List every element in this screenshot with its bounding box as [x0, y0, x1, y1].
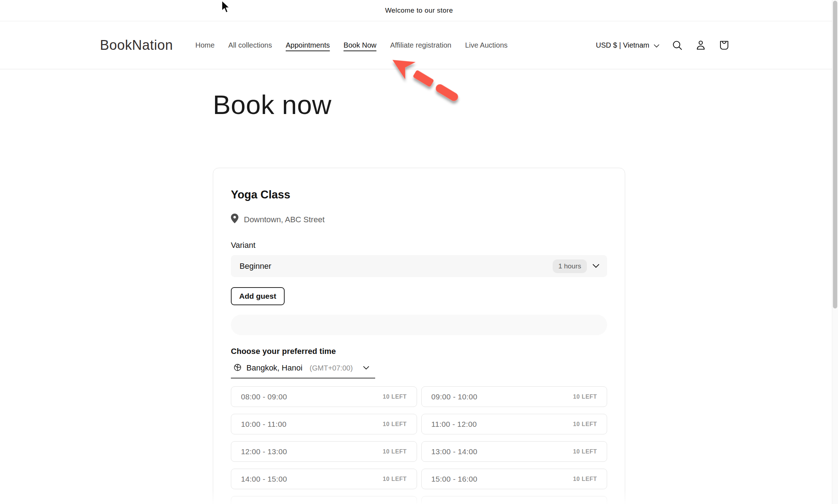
cart-icon [719, 40, 730, 51]
nav-link[interactable]: Book Now [343, 41, 376, 49]
time-slot[interactable]: 16:00 - 17:00 10 LEFT [231, 496, 417, 504]
announcement-text: Welcome to our store [385, 6, 453, 14]
chevron-down-icon [363, 365, 369, 371]
scrollbar-thumb[interactable] [833, 1, 837, 308]
location-pin-icon [231, 214, 238, 225]
time-slot[interactable]: 09:00 - 10:00 10 LEFT [421, 386, 607, 407]
cart-button[interactable] [719, 40, 730, 51]
time-slot[interactable]: 15:00 - 16:00 10 LEFT [421, 469, 607, 489]
announcement-bar: Welcome to our store [0, 0, 838, 21]
time-slot[interactable]: 10:00 - 11:00 10 LEFT [231, 414, 417, 434]
time-slot[interactable]: 14:00 - 15:00 10 LEFT [231, 469, 417, 489]
globe-icon [234, 364, 241, 372]
service-location: Downtown, ABC Street [231, 214, 607, 225]
chevron-down-icon [592, 263, 600, 269]
slot-remaining-badge: 10 LEFT [383, 476, 407, 482]
time-slot[interactable]: 12:00 - 13:00 10 LEFT [231, 441, 417, 462]
variant-dropdown[interactable]: Beginner 1 hours [231, 255, 607, 277]
slot-remaining-badge: 10 LEFT [573, 476, 597, 482]
variant-selected-value: Beginner [240, 262, 271, 271]
slot-remaining-badge: 10 LEFT [573, 448, 597, 455]
store-logo[interactable]: BookNation [100, 38, 173, 53]
currency-country-selector[interactable]: USD $ | Vietnam [596, 41, 659, 49]
nav-link[interactable]: Appointments [286, 41, 330, 49]
currency-country-label: USD $ | Vietnam [596, 41, 649, 49]
nav-link[interactable]: Live Auctions [465, 41, 508, 49]
slot-time-label: 11:00 - 12:00 [431, 420, 477, 429]
storefront-page: Welcome to our store BookNation Home All… [0, 0, 838, 504]
account-icon [695, 40, 706, 51]
add-guest-button[interactable]: Add guest [231, 287, 285, 305]
time-slot[interactable]: 08:00 - 09:00 10 LEFT [231, 386, 417, 407]
slot-time-label: 09:00 - 10:00 [431, 393, 478, 401]
booking-card: Yoga Class Downtown, ABC Street Variant … [213, 168, 625, 504]
slot-time-label: 12:00 - 13:00 [241, 447, 287, 456]
slot-remaining-badge: 10 LEFT [573, 394, 597, 400]
slot-remaining-badge: 10 LEFT [573, 421, 597, 428]
chevron-down-icon [654, 41, 659, 49]
nav-link[interactable]: Home [195, 41, 214, 49]
page-title: Book now [213, 89, 625, 120]
slot-time-label: 17:00 - 18:00 [431, 502, 478, 504]
time-slot[interactable]: 13:00 - 14:00 10 LEFT [421, 441, 607, 462]
nav-link[interactable]: All collections [228, 41, 272, 49]
timezone-selector[interactable]: Bangkok, Hanoi (GMT+07:00) [231, 363, 375, 378]
time-slot-grid: 08:00 - 09:00 10 LEFT 09:00 - 10:00 10 L… [231, 386, 607, 504]
nav-link[interactable]: Affiliate registration [390, 41, 451, 49]
timezone-offset: (GMT+07:00) [310, 364, 352, 372]
slot-remaining-badge: 10 LEFT [383, 448, 407, 455]
loading-placeholder [231, 315, 607, 335]
time-slot[interactable]: 11:00 - 12:00 10 LEFT [421, 414, 607, 434]
duration-badge: 1 hours [553, 259, 587, 273]
timezone-city: Bangkok, Hanoi [246, 363, 302, 373]
slot-time-label: 08:00 - 09:00 [241, 393, 287, 401]
main-navigation: Home All collections Appointments Book N… [195, 41, 508, 49]
slot-time-label: 10:00 - 11:00 [241, 420, 286, 429]
time-section-label: Choose your preferred time [231, 347, 607, 356]
slot-time-label: 13:00 - 14:00 [431, 447, 478, 456]
slot-remaining-badge: 10 LEFT [383, 421, 407, 428]
header-actions: USD $ | Vietnam [596, 40, 730, 51]
scrollbar-track[interactable] [832, 0, 838, 504]
slot-time-label: 15:00 - 16:00 [431, 475, 478, 483]
slot-time-label: 16:00 - 17:00 [241, 502, 287, 504]
service-name: Yoga Class [231, 188, 607, 201]
time-slot[interactable]: 17:00 - 18:00 10 LEFT [421, 496, 607, 504]
location-text: Downtown, ABC Street [244, 215, 325, 224]
search-button[interactable] [672, 40, 683, 51]
variant-label: Variant [231, 241, 607, 250]
slot-remaining-badge: 10 LEFT [383, 394, 407, 400]
search-icon [672, 40, 683, 51]
account-button[interactable] [695, 40, 706, 51]
site-header: BookNation Home All collections Appointm… [0, 21, 838, 69]
main-content: Book now Yoga Class Downtown, ABC Street… [213, 89, 625, 504]
slot-time-label: 14:00 - 15:00 [241, 475, 287, 483]
